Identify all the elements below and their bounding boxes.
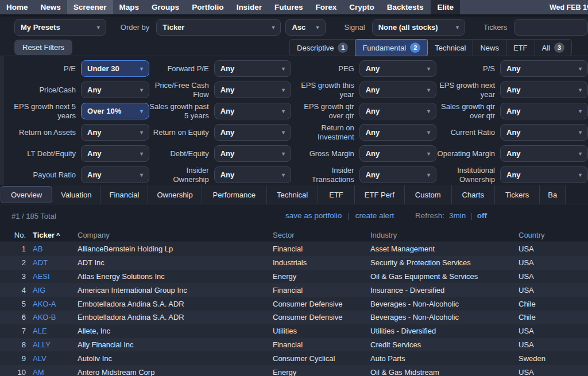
- ticker-link[interactable]: AKO-B: [28, 313, 73, 321]
- tab-fundamental[interactable]: Fundamental 2: [355, 39, 428, 56]
- pe-value: Under 30: [87, 64, 119, 73]
- order-by-dropdown[interactable]: Ticker ▾: [156, 19, 281, 36]
- sector-cell: Industrials: [268, 258, 366, 267]
- save-as-portfolio-link[interactable]: save as portfolio: [285, 211, 342, 220]
- institutional-ownership-dropdown[interactable]: Any ▾: [500, 166, 588, 183]
- industry-cell: Asset Management: [366, 245, 514, 253]
- header-country[interactable]: Country: [514, 231, 588, 239]
- nav-item-portfolio[interactable]: Portfolio: [185, 0, 230, 14]
- eps-5y-dropdown[interactable]: Over 10% ▾: [81, 103, 149, 119]
- ticker-link[interactable]: AIG: [28, 286, 73, 294]
- create-alert-link[interactable]: create alert: [355, 211, 394, 220]
- view-tab-ownership[interactable]: Ownership: [148, 185, 202, 204]
- current-ratio-value: Any: [506, 128, 521, 137]
- chevron-down-icon: ▾: [277, 150, 285, 157]
- view-tab-valuation[interactable]: Valuation: [52, 185, 100, 204]
- header-company[interactable]: Company: [73, 231, 268, 239]
- view-tab-charts[interactable]: Charts: [452, 185, 495, 204]
- lt-debt-equity-dropdown[interactable]: Any ▾: [81, 145, 149, 162]
- view-tab-basic[interactable]: Ba: [540, 185, 566, 204]
- view-tab-tickers[interactable]: Tickers: [495, 185, 540, 204]
- ticker-link[interactable]: AKO-A: [28, 300, 73, 308]
- nav-item-news[interactable]: News: [34, 0, 67, 14]
- filter-row: Return on Assets Any ▾ Return on Equity …: [0, 122, 588, 143]
- table-row[interactable]: 5 AKO-A Embotelladora Andina S.A. ADR Co…: [0, 297, 588, 311]
- tab-news[interactable]: News: [473, 39, 506, 56]
- refresh-interval-link[interactable]: 3min: [449, 211, 466, 220]
- header-ticker[interactable]: Ticker^: [28, 231, 73, 239]
- table-row[interactable]: 2 ADT ADT Inc Industrials Security & Pro…: [0, 256, 588, 270]
- sales-5y-dropdown[interactable]: Any ▾: [214, 103, 291, 119]
- table-row[interactable]: 9 ALV Autoliv Inc Consumer Cyclical Auto…: [0, 351, 588, 365]
- view-tab-etf-perf[interactable]: ETF Perf: [355, 185, 405, 204]
- view-tab-custom[interactable]: Custom: [405, 185, 452, 204]
- gross-margin-dropdown[interactable]: Any ▾: [359, 145, 436, 162]
- price-fcf-dropdown[interactable]: Any ▾: [214, 82, 291, 98]
- insider-transactions-dropdown[interactable]: Any ▾: [359, 166, 436, 183]
- ticker-link[interactable]: ALLY: [28, 340, 73, 349]
- roi-dropdown[interactable]: Any ▾: [359, 124, 436, 141]
- roe-dropdown[interactable]: Any ▾: [214, 124, 291, 141]
- ticker-link[interactable]: ALV: [28, 354, 73, 363]
- country-cell: Chile: [514, 300, 588, 308]
- eps-qtr-dropdown[interactable]: Any ▾: [359, 103, 436, 119]
- table-row[interactable]: 1 AB AllianceBernstein Holding Lp Financ…: [0, 242, 588, 256]
- table-row[interactable]: 6 AKO-B Embotelladora Andina S.A. ADR Co…: [0, 311, 588, 324]
- header-no[interactable]: No.: [0, 231, 28, 239]
- nav-item-backtests[interactable]: Backtests: [381, 0, 430, 14]
- nav-item-groups[interactable]: Groups: [145, 0, 185, 14]
- eps-next-year-dropdown[interactable]: Any ▾: [500, 82, 588, 98]
- nav-item-futures[interactable]: Futures: [268, 0, 310, 14]
- table-row[interactable]: 10 AM Antero Midstream Corp Energy Oil &…: [0, 365, 588, 376]
- nav-item-home[interactable]: Home: [0, 0, 34, 14]
- presets-dropdown[interactable]: My Presets ▾: [14, 19, 106, 36]
- nav-item-elite[interactable]: Elite: [431, 0, 460, 14]
- tab-all[interactable]: All 3: [535, 39, 572, 56]
- header-industry[interactable]: Industry: [366, 231, 514, 239]
- ticker-link[interactable]: ADT: [28, 258, 73, 267]
- table-row[interactable]: 4 AIG American International Group Inc F…: [0, 283, 588, 297]
- operating-margin-dropdown[interactable]: Any ▾: [500, 145, 588, 162]
- header-sector[interactable]: Sector: [268, 231, 366, 239]
- tab-descriptive[interactable]: Descriptive 1: [289, 39, 355, 56]
- signal-dropdown[interactable]: None (all stocks) ▾: [372, 19, 465, 36]
- table-row[interactable]: 7 ALE Allete, Inc Utilities Utilities - …: [0, 324, 588, 338]
- ticker-link[interactable]: AM: [28, 368, 73, 376]
- view-tab-technical[interactable]: Technical: [267, 185, 318, 204]
- eps-this-year-dropdown[interactable]: Any ▾: [359, 82, 436, 98]
- debt-equity-dropdown[interactable]: Any ▾: [214, 145, 291, 162]
- peg-dropdown[interactable]: Any ▾: [359, 60, 436, 77]
- ticker-link[interactable]: AESI: [28, 272, 73, 281]
- nav-item-screener[interactable]: Screener: [67, 0, 113, 14]
- view-tab-overview[interactable]: Overview: [1, 186, 52, 203]
- row-number: 6: [0, 313, 28, 321]
- view-tab-performance[interactable]: Performance: [202, 185, 267, 204]
- insider-ownership-dropdown[interactable]: Any ▾: [214, 166, 291, 183]
- price-cash-dropdown[interactable]: Any ▾: [81, 82, 149, 98]
- table-row[interactable]: 8 ALLY Ally Financial Inc Financial Cred…: [0, 338, 588, 352]
- tickers-input[interactable]: [514, 19, 588, 36]
- pe-dropdown[interactable]: Under 30 ▾: [81, 60, 149, 77]
- refresh-off-link[interactable]: off: [477, 211, 487, 220]
- nav-item-forex[interactable]: Forex: [309, 0, 343, 14]
- view-tab-financial[interactable]: Financial: [100, 185, 148, 204]
- roa-dropdown[interactable]: Any ▾: [81, 124, 149, 141]
- tab-technical[interactable]: Technical: [427, 39, 473, 56]
- ticker-link[interactable]: ALE: [28, 327, 73, 335]
- industry-cell: Beverages - Non-Alcoholic: [366, 300, 514, 308]
- tab-etf[interactable]: ETF: [506, 39, 535, 56]
- ticker-link[interactable]: AB: [28, 245, 73, 253]
- order-direction-dropdown[interactable]: Asc ▾: [285, 19, 325, 36]
- sales-qtr-dropdown[interactable]: Any ▾: [500, 103, 588, 119]
- all-count-badge: 3: [554, 42, 564, 53]
- nav-item-maps[interactable]: Maps: [113, 0, 146, 14]
- ps-dropdown[interactable]: Any ▾: [500, 60, 588, 77]
- forward-pe-dropdown[interactable]: Any ▾: [214, 60, 291, 77]
- table-row[interactable]: 3 AESI Atlas Energy Solutions Inc Energy…: [0, 270, 588, 284]
- view-tab-etf[interactable]: ETF: [318, 185, 355, 204]
- current-ratio-dropdown[interactable]: Any ▾: [500, 124, 588, 141]
- nav-item-insider[interactable]: Insider: [230, 0, 268, 14]
- nav-item-crypto[interactable]: Crypto: [343, 0, 381, 14]
- reset-filters-button[interactable]: Reset Filters: [14, 40, 72, 55]
- payout-ratio-dropdown[interactable]: Any ▾: [81, 166, 149, 183]
